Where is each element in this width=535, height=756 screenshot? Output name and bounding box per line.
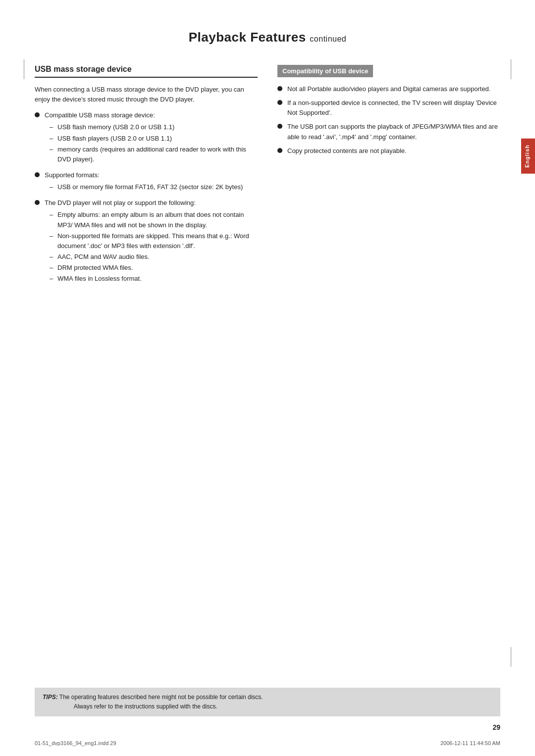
sub-list: USB flash memory (USB 2.0 or USB 1.1) US… (50, 122, 258, 164)
right-margin-marker-bottom (511, 647, 511, 667)
bullet-content: Copy protected contents are not playable… (287, 146, 500, 156)
tips-line2: Always refer to the instructions supplie… (74, 703, 217, 710)
sub-list-item: memory cards (requires an additional car… (50, 145, 258, 164)
bullet-content: Not all Portable audio/video players and… (287, 84, 500, 94)
right-column: Compatibility of USB device Not all Port… (277, 65, 500, 290)
sub-list-item: USB or memory file format FAT16, FAT 32 … (50, 182, 258, 192)
right-margin-marker-top (511, 59, 511, 79)
left-bullet-list: Compatible USB mass storage device: USB … (35, 110, 258, 286)
bullet-dot (35, 112, 40, 117)
sub-list: USB or memory file format FAT16, FAT 32 … (50, 182, 258, 192)
page-number: 29 (492, 723, 500, 731)
bullet-dot (277, 100, 282, 105)
bullet-content: If a non-supported device is connected, … (287, 98, 500, 118)
tips-line2-spacer (43, 703, 72, 710)
sub-list-item: Empty albums: an empty album is an album… (50, 210, 258, 230)
page-title: Playback Features continued (35, 30, 500, 50)
compatibility-heading: Compatibility of USB device (277, 65, 373, 77)
bullet-text: If a non-supported device is connected, … (287, 99, 497, 116)
bullet-content: Supported formats: USB or memory file fo… (45, 170, 258, 194)
bullet-text: Not all Portable audio/video players and… (287, 85, 490, 93)
bullet-text: Supported formats: (45, 171, 100, 179)
sub-list-item: USB flash memory (USB 2.0 or USB 1.1) (50, 122, 258, 132)
bullet-text: The DVD player will not play or support … (45, 199, 196, 206)
right-bullet-list: Not all Portable audio/video players and… (277, 84, 500, 156)
left-intro-text: When connecting a USB mass storage devic… (35, 85, 258, 104)
footer-right: 2006-12-11 11:44:50 AM (440, 740, 500, 746)
footer-metadata: 01-51_dvp3166_94_eng1.indd 29 2006-12-11… (35, 740, 500, 746)
bullet-content: The DVD player will not play or support … (45, 198, 258, 286)
sub-list: Empty albums: an empty album is an album… (50, 210, 258, 284)
list-item: Copy protected contents are not playable… (277, 146, 500, 156)
list-item: Compatible USB mass storage device: USB … (35, 110, 258, 166)
list-item: The DVD player will not play or support … (35, 198, 258, 286)
bullet-dot (35, 172, 40, 177)
language-tab: English (521, 139, 535, 174)
bullet-text: Compatible USB mass storage device: (45, 111, 155, 119)
bullet-text: The USB port can supports the playback o… (287, 123, 498, 140)
content-columns: USB mass storage device When connecting … (35, 65, 500, 290)
bullet-dot (277, 148, 282, 153)
list-item: Supported formats: USB or memory file fo… (35, 170, 258, 194)
footer-left: 01-51_dvp3166_94_eng1.indd 29 (35, 740, 116, 746)
bullet-text: Copy protected contents are not playable… (287, 147, 407, 154)
left-margin-marker (24, 59, 24, 79)
bullet-dot (277, 86, 282, 91)
left-section-heading: USB mass storage device (35, 65, 258, 78)
tips-line1: The operating features described here mi… (59, 694, 263, 701)
sub-list-item: DRM protected WMA files. (50, 263, 258, 273)
sub-list-item: AAC, PCM and WAV audio files. (50, 252, 258, 262)
sub-list-item: WMA files in Lossless format. (50, 274, 258, 284)
left-column: USB mass storage device When connecting … (35, 65, 258, 290)
tips-label: TIPS: (43, 694, 58, 701)
list-item: The USB port can supports the playback o… (277, 122, 500, 142)
bullet-content: Compatible USB mass storage device: USB … (45, 110, 258, 166)
tips-bar: TIPS: The operating features described h… (35, 688, 500, 716)
bullet-dot (35, 200, 40, 205)
list-item: Not all Portable audio/video players and… (277, 84, 500, 94)
bullet-content: The USB port can supports the playback o… (287, 122, 500, 142)
sub-list-item: Non-supported file formats are skipped. … (50, 231, 258, 251)
title-text: Playback Features (189, 30, 306, 45)
title-continued: continued (310, 35, 346, 43)
page-container: English Playback Features continued USB … (0, 0, 535, 756)
bullet-dot (277, 124, 282, 129)
list-item: If a non-supported device is connected, … (277, 98, 500, 118)
sub-list-item: USB flash players (USB 2.0 or USB 1.1) (50, 134, 258, 144)
